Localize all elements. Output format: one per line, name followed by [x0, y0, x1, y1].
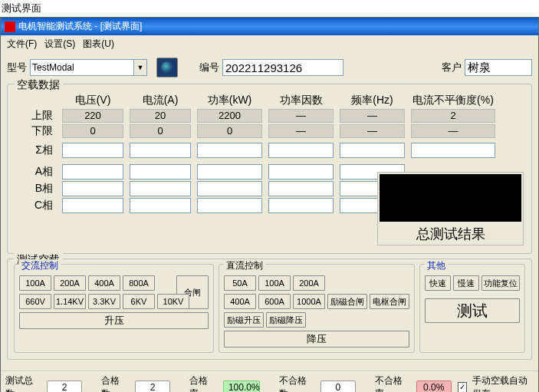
col-power: 功率(kW)	[197, 94, 262, 107]
menu-settings[interactable]: 设置(S)	[41, 37, 78, 51]
globe-icon	[161, 61, 173, 74]
a-v[interactable]	[62, 164, 123, 180]
dc-title: 直流控制	[224, 259, 265, 272]
autosave-label: 手动空载自动保存	[472, 374, 534, 392]
upper-pf: —	[268, 109, 334, 123]
a-a[interactable]	[130, 164, 191, 180]
dc-motor-close[interactable]: 电枢合闸	[370, 294, 409, 309]
pass-rate-label: 合格率：	[189, 374, 220, 392]
row-a: A相	[14, 165, 56, 179]
ac-200a[interactable]: 200A	[54, 275, 86, 291]
model-label: 型号	[7, 61, 27, 74]
result-display	[380, 174, 521, 222]
fast-button[interactable]: 快速	[425, 275, 451, 291]
ac-400a[interactable]: 400A	[88, 275, 120, 291]
ac-660v[interactable]: 660V	[19, 294, 51, 309]
menubar: 文件(F) 设置(S) 图表(U)	[1, 35, 538, 53]
sigma-pf[interactable]	[268, 143, 334, 158]
sigma-a[interactable]	[130, 143, 191, 158]
other-title: 其他	[425, 259, 448, 272]
dc-600a[interactable]: 600A	[258, 294, 291, 309]
result-panel: 总测试结果	[377, 172, 524, 245]
slow-button[interactable]: 慢速	[453, 275, 479, 291]
dc-exc-up[interactable]: 励磁升压	[224, 312, 264, 328]
autosave-checkbox[interactable]: ✓	[458, 382, 467, 392]
serial-input[interactable]	[222, 59, 343, 76]
sigma-hz[interactable]	[340, 143, 405, 158]
lower-kw: 0	[197, 124, 262, 138]
col-voltage: 电压(V)	[62, 94, 123, 107]
dc-100a[interactable]: 100A	[258, 275, 291, 291]
ac-10kv[interactable]: 10KV	[157, 294, 189, 309]
lower-pf: —	[268, 124, 334, 138]
ac-1-14kv[interactable]: 1.14KV	[54, 294, 86, 309]
col-freq: 频率(Hz)	[340, 94, 405, 107]
c-kw[interactable]	[197, 198, 262, 213]
dc-1000a[interactable]: 1000A	[293, 294, 325, 309]
globe-button[interactable]	[156, 58, 178, 77]
dc-200a[interactable]: 200A	[293, 275, 325, 291]
ac-3-3kv[interactable]: 3.3KV	[88, 294, 120, 309]
upper-hz: —	[340, 109, 405, 123]
customer-input[interactable]	[465, 59, 532, 76]
dropdown-arrow-icon[interactable]: ▼	[134, 59, 147, 76]
page-heading: 测试界面	[0, 0, 539, 17]
serial-label: 编号	[199, 61, 219, 74]
sigma-v[interactable]	[62, 143, 123, 158]
lower-un: —	[411, 124, 495, 138]
col-pf: 功率因数	[268, 94, 334, 107]
upper-a: 20	[130, 109, 191, 123]
pass-value: 2	[135, 380, 170, 392]
b-a[interactable]	[130, 181, 191, 196]
status-bar: 测试总数： 2 合格数： 2 合格率： 100.0% 不合格数： 0 不合格率：…	[1, 371, 538, 392]
dc-voltage-down[interactable]: 降压	[224, 331, 409, 348]
reset-button[interactable]: 功能复位	[481, 275, 520, 291]
upper-v: 220	[62, 109, 123, 123]
fail-value: 0	[320, 380, 356, 392]
pass-label: 合格数：	[101, 374, 132, 392]
b-pf[interactable]	[268, 181, 334, 196]
main-window: 电机智能测试系统 - [测试界面] 文件(F) 设置(S) 图表(U) 型号 ▼…	[0, 17, 539, 392]
upper-kw: 2200	[197, 109, 262, 123]
total-label: 测试总数：	[5, 374, 44, 392]
menu-chart[interactable]: 图表(U)	[80, 37, 117, 51]
a-kw[interactable]	[197, 164, 262, 180]
ac-title: 交流控制	[19, 259, 61, 272]
window-title: 电机智能测试系统 - [测试界面]	[18, 20, 142, 33]
row-c: C相	[14, 199, 56, 212]
col-current: 电流(A)	[130, 94, 191, 107]
dc-50a[interactable]: 50A	[224, 275, 256, 291]
dc-exc-down[interactable]: 励磁降压	[266, 312, 306, 328]
ac-voltage-up[interactable]: 升压	[19, 312, 209, 329]
result-title: 总测试结果	[380, 222, 521, 243]
row-lower-label: 下限	[14, 124, 56, 138]
ac-6kv[interactable]: 6KV	[123, 294, 155, 309]
col-unbal: 电流不平衡度(%)	[411, 94, 495, 107]
fail-label: 不合格数：	[279, 374, 317, 392]
row-sigma: Σ相	[14, 143, 56, 157]
c-pf[interactable]	[268, 198, 334, 213]
total-value: 2	[47, 380, 82, 392]
dc-exc-close[interactable]: 励磁合闸	[327, 294, 367, 309]
b-v[interactable]	[62, 181, 123, 196]
sigma-un[interactable]	[411, 143, 495, 158]
sigma-kw[interactable]	[197, 143, 262, 158]
titlebar: 电机智能测试系统 - [测试界面]	[1, 18, 538, 35]
fail-rate-value: 0.0%	[416, 380, 452, 392]
c-v[interactable]	[62, 198, 123, 213]
c-a[interactable]	[130, 198, 191, 213]
model-combo[interactable]: ▼	[30, 59, 147, 76]
b-kw[interactable]	[197, 181, 262, 196]
a-pf[interactable]	[268, 164, 334, 180]
model-input[interactable]	[30, 59, 134, 76]
menu-file[interactable]: 文件(F)	[4, 37, 40, 51]
row-b: B相	[14, 182, 56, 196]
dc-400a[interactable]: 400A	[224, 294, 256, 309]
lower-a: 0	[130, 124, 191, 138]
customer-label: 客户	[442, 61, 462, 74]
lower-v: 0	[62, 124, 123, 138]
pass-rate-value: 100.0%	[223, 380, 260, 392]
ac-100a[interactable]: 100A	[19, 275, 51, 291]
ac-800a[interactable]: 800A	[123, 275, 155, 291]
test-button[interactable]: 测试	[425, 298, 520, 323]
